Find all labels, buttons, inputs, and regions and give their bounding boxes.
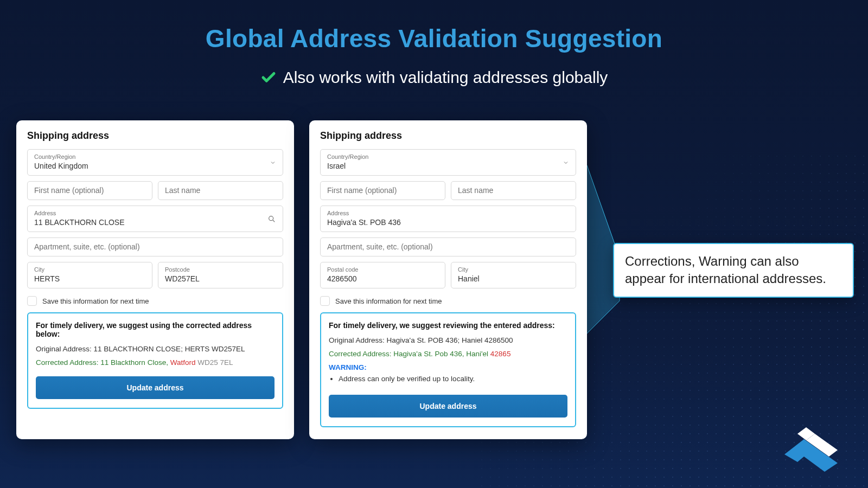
- field-value: 11 BLACKTHORN CLOSE: [34, 218, 125, 227]
- suggestion-heading: For timely delivery, we suggest reviewin…: [329, 321, 567, 330]
- chevron-down-icon: [270, 159, 276, 166]
- apartment-input[interactable]: Apartment, suite, etc. (optional): [320, 237, 576, 256]
- field-value: Israel: [327, 162, 346, 170]
- svg-point-0: [269, 216, 273, 220]
- save-info-row: Save this information for next time: [27, 296, 283, 306]
- last-name-input[interactable]: Last name: [158, 181, 283, 200]
- card-title: Shipping address: [320, 130, 576, 142]
- postal-code-input[interactable]: Postal code 4286500: [320, 262, 445, 288]
- field-placeholder: Apartment, suite, etc. (optional): [327, 242, 433, 251]
- field-label: Country/Region: [34, 153, 276, 160]
- field-value: WD257EL: [165, 274, 200, 283]
- page-title: Global Address Validation Suggestion: [0, 24, 868, 53]
- field-value: Hagiva'a St. POB 436: [327, 218, 401, 227]
- brand-logo-icon: [779, 419, 844, 473]
- country-select[interactable]: Country/Region Israel: [320, 149, 576, 176]
- original-address-line: Original Address: 11 BLACKTHORN CLOSE; H…: [36, 345, 275, 353]
- first-name-input[interactable]: First name (optional): [320, 181, 445, 200]
- svg-line-1: [273, 220, 275, 222]
- original-address-line: Original Address: Hagiva'a St. POB 436; …: [329, 336, 567, 344]
- save-info-label: Save this information for next time: [42, 297, 149, 305]
- field-label: City: [34, 266, 145, 273]
- city-input[interactable]: City HERTS: [27, 262, 152, 288]
- field-placeholder: Last name: [165, 186, 200, 195]
- field-label: City: [458, 266, 569, 273]
- warning-item: Address can only be verified up to local…: [339, 375, 567, 383]
- check-icon: [260, 69, 277, 86]
- save-info-checkbox[interactable]: [27, 296, 37, 306]
- suggestion-box: For timely delivery, we suggest reviewin…: [320, 312, 576, 427]
- field-value: Haniel: [458, 274, 480, 283]
- field-placeholder: First name (optional): [34, 186, 104, 195]
- address-input[interactable]: Address Hagiva'a St. POB 436: [320, 206, 576, 232]
- field-value: HERTS: [34, 274, 60, 283]
- country-select[interactable]: Country/Region United Kingdom: [27, 149, 283, 176]
- postcode-input[interactable]: Postcode WD257EL: [158, 262, 283, 288]
- suggestion-box: For timely delivery, we suggest using th…: [27, 312, 283, 409]
- update-address-button[interactable]: Update address: [36, 376, 275, 399]
- field-value: United Kingdom: [34, 162, 88, 170]
- address-input[interactable]: Address 11 BLACKTHORN CLOSE: [27, 206, 283, 232]
- search-icon: [267, 215, 276, 223]
- shipping-card-uk: Shipping address Country/Region United K…: [16, 120, 294, 439]
- warning-list: Address can only be verified up to local…: [339, 375, 567, 383]
- save-info-checkbox[interactable]: [320, 296, 330, 306]
- field-placeholder: Apartment, suite, etc. (optional): [34, 242, 140, 251]
- page-subtitle: Also works with validating addresses glo…: [283, 68, 608, 87]
- apartment-input[interactable]: Apartment, suite, etc. (optional): [27, 237, 283, 256]
- warning-label: WARNING:: [329, 363, 567, 371]
- field-label: Postal code: [327, 266, 438, 273]
- first-name-input[interactable]: First name (optional): [27, 181, 152, 200]
- field-label: Address: [327, 210, 569, 216]
- field-label: Address: [34, 210, 276, 216]
- field-label: Postcode: [165, 266, 276, 273]
- page-header: Global Address Validation Suggestion Als…: [0, 0, 868, 88]
- update-address-button[interactable]: Update address: [329, 395, 567, 418]
- callout-text: Corrections, Warning can also appear for…: [625, 254, 826, 286]
- callout-box: Corrections, Warning can also appear for…: [613, 243, 854, 298]
- city-input[interactable]: City Haniel: [451, 262, 576, 288]
- corrected-address-line: Corrected Address: Hagiva'a St. Pob 436,…: [329, 350, 567, 358]
- subtitle-row: Also works with validating addresses glo…: [260, 68, 608, 87]
- suggestion-heading: For timely delivery, we suggest using th…: [36, 321, 275, 338]
- field-label: Country/Region: [327, 153, 569, 160]
- shipping-card-il: Shipping address Country/Region Israel F…: [309, 120, 587, 439]
- field-placeholder: First name (optional): [327, 186, 397, 195]
- chevron-down-icon: [563, 159, 569, 166]
- last-name-input[interactable]: Last name: [451, 181, 576, 200]
- save-info-row: Save this information for next time: [320, 296, 576, 306]
- card-title: Shipping address: [27, 130, 283, 142]
- field-value: 4286500: [327, 274, 357, 283]
- field-placeholder: Last name: [458, 186, 493, 195]
- corrected-address-line: Corrected Address: 11 Blackthorn Close, …: [36, 358, 275, 367]
- save-info-label: Save this information for next time: [335, 297, 442, 305]
